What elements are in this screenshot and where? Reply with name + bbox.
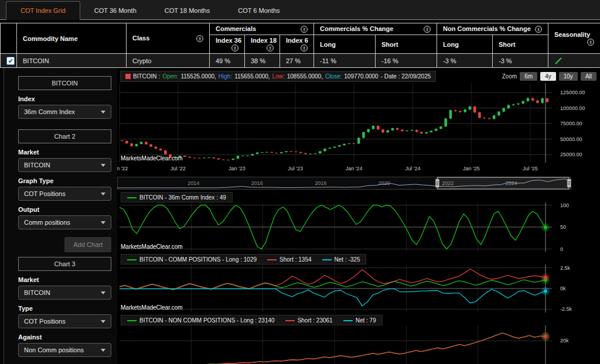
- column-menu-icon[interactable]: [231, 44, 238, 51]
- line-swatch: [322, 259, 332, 260]
- line-swatch: [127, 320, 137, 321]
- svg-text:Jul '24: Jul '24: [405, 166, 421, 171]
- svg-text:2018: 2018: [315, 180, 326, 186]
- svg-text:2.5k: 2.5k: [560, 265, 571, 271]
- noncomm-positions-legend: BITCOIN - NON COMM POSITIONS - Long : 23…: [121, 315, 383, 325]
- col-index18: Index 18: [245, 35, 280, 54]
- chart3-title: Chart 3: [18, 257, 111, 271]
- chart2-graph-type-select[interactable]: COT Positions: [18, 187, 111, 201]
- table-row[interactable]: BITCOIN Crypto 49 % 38 % 27 % -11 % -16 …: [1, 54, 600, 68]
- column-menu-icon[interactable]: [587, 39, 594, 46]
- chevron-down-icon: [101, 193, 105, 195]
- cell-noncomm-short: -3 %: [493, 54, 548, 68]
- svg-text:Jul '22: Jul '22: [171, 166, 186, 171]
- column-menu-icon[interactable]: [424, 26, 431, 33]
- chevron-down-icon: [101, 320, 105, 323]
- col-noncomm-long: Long: [437, 35, 493, 54]
- tab-cot-36-month[interactable]: COT 36 Month: [80, 2, 151, 19]
- cell-commodity: BITCOIN: [17, 54, 127, 68]
- chevron-down-icon: [101, 111, 105, 114]
- column-menu-icon[interactable]: [535, 26, 542, 33]
- chevron-down-icon: [101, 291, 105, 294]
- zoom-10y-button[interactable]: 10y: [559, 72, 578, 81]
- cell-index18: 38 %: [245, 54, 280, 68]
- chevron-down-icon: [101, 221, 105, 224]
- svg-text:Jan '25: Jan '25: [463, 166, 480, 171]
- column-menu-icon[interactable]: [196, 35, 203, 42]
- group-commercials-change: Commercials % Change: [314, 23, 437, 35]
- tab-cot-6-months[interactable]: COT 6 Months: [224, 2, 294, 19]
- chart1-title: BITCOIN: [18, 76, 111, 90]
- noncomm-positions-chart[interactable]: 20k0kMarketsMadeClear.com: [117, 325, 600, 364]
- comm-positions-legend: BITCOIN - COMM POSITIONS - Long : 1029 S…: [121, 254, 366, 265]
- chart2-output-select[interactable]: Comm positions: [18, 215, 111, 229]
- chart2-add-chart-button[interactable]: Add Chart: [64, 237, 111, 252]
- market-label: Market: [18, 149, 111, 156]
- seasonality-up-icon[interactable]: [554, 57, 562, 65]
- chart2-market-select[interactable]: BITCOIN: [18, 158, 111, 172]
- svg-text:-2.5k: -2.5k: [560, 306, 572, 312]
- svg-text:MarketsMadeClear.com: MarketsMadeClear.com: [121, 243, 183, 250]
- svg-text:Jan '23: Jan '23: [229, 166, 246, 171]
- cell-comm-short: -16 %: [376, 54, 437, 68]
- chart3-type-select[interactable]: COT Positions: [18, 314, 111, 328]
- svg-text:25000.00: 25000.00: [560, 152, 582, 157]
- chart2-title: Chart 2: [18, 129, 111, 143]
- comm-positions-chart[interactable]: 2.5k0k-2.5kMarketsMadeClear.com: [117, 265, 600, 313]
- index-select[interactable]: 36m Comm Index: [18, 105, 111, 119]
- row-checkbox[interactable]: [6, 57, 15, 65]
- comm-index-legend: BITCOIN - 36m Comm Index : 49: [121, 192, 233, 202]
- svg-text:75000.00: 75000.00: [560, 121, 582, 126]
- svg-text:MarketsMadeClear.com: MarketsMadeClear.com: [121, 304, 183, 311]
- zoom-4y-button[interactable]: 4y: [540, 72, 556, 81]
- svg-text:2014: 2014: [188, 180, 199, 186]
- svg-text:125000.00: 125000.00: [560, 90, 585, 95]
- price-legend: BITCOIN : Open: 115525.0000, High: 11565…: [120, 71, 436, 82]
- chart3-against-select[interactable]: Non Comm positions: [18, 343, 111, 357]
- output-label: Output: [18, 206, 111, 213]
- svg-text:100000.00: 100000.00: [560, 105, 585, 111]
- svg-text:50: 50: [560, 224, 566, 230]
- svg-text:50000.00: 50000.00: [560, 136, 582, 142]
- svg-text:20k: 20k: [560, 338, 569, 344]
- svg-text:Jul '23: Jul '23: [288, 166, 303, 171]
- candlestick-chart[interactable]: Jan '22Jul '22Jan '23Jul '23Jan '24Jul '…: [117, 83, 600, 173]
- cell-comm-long: -11 %: [314, 54, 376, 68]
- col-noncomm-short: Short: [493, 35, 548, 54]
- svg-text:2020: 2020: [379, 180, 390, 186]
- tab-cot-index-grid[interactable]: COT Index Grid: [6, 1, 80, 20]
- svg-text:0: 0: [560, 246, 563, 252]
- col-comm-long: Long: [314, 35, 376, 54]
- type-label: Type: [18, 305, 111, 312]
- line-swatch: [127, 259, 137, 260]
- zoom-controls: Zoom 6m 4y 10y All: [502, 72, 596, 81]
- tab-cot-18-months[interactable]: COT 18 Months: [151, 2, 224, 19]
- line-swatch: [343, 320, 353, 321]
- comm-index-chart[interactable]: 100500MarketsMadeClear.com: [117, 202, 600, 252]
- svg-text:MarketsMadeClear.com: MarketsMadeClear.com: [121, 155, 183, 162]
- chart3-market-select[interactable]: BITCOIN: [18, 286, 111, 300]
- zoom-6m-button[interactable]: 6m: [520, 72, 537, 81]
- series-color-box: [125, 74, 131, 79]
- charts-panel: BITCOIN : Open: 115525.0000, High: 11565…: [117, 68, 600, 364]
- col-class: Class: [127, 23, 210, 54]
- zoom-label: Zoom: [502, 73, 517, 80]
- index-label: Index: [18, 95, 111, 102]
- col-comm-short: Short: [376, 35, 437, 54]
- line-swatch: [127, 197, 137, 198]
- svg-text:2016: 2016: [251, 180, 263, 186]
- column-menu-icon[interactable]: [301, 44, 308, 51]
- cell-index6: 27 %: [280, 54, 314, 68]
- column-menu-icon[interactable]: [301, 26, 308, 33]
- range-navigator[interactable]: 201420162018202020222024: [117, 177, 600, 190]
- cell-class: Crypto: [127, 54, 210, 68]
- column-menu-icon[interactable]: [267, 44, 274, 51]
- svg-text:Jul '25: Jul '25: [523, 166, 538, 171]
- col-commodity-name: Commodity Name: [17, 23, 127, 54]
- svg-text:Jan '24: Jan '24: [346, 166, 363, 171]
- line-swatch: [285, 320, 295, 321]
- zoom-all-button[interactable]: All: [581, 72, 596, 81]
- graph-type-label: Graph Type: [18, 177, 111, 184]
- group-noncommercials-change: Non Commercials % Change: [437, 23, 548, 35]
- cell-noncomm-long: -3 %: [437, 54, 493, 68]
